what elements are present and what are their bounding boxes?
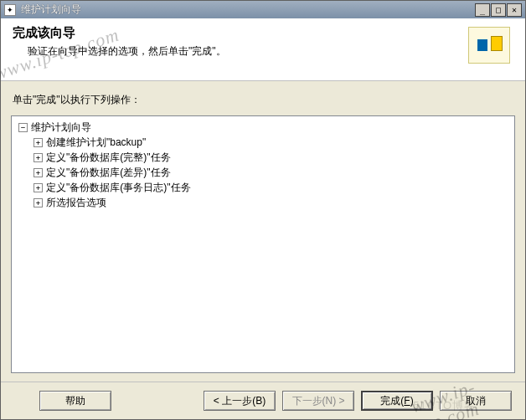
cancel-button[interactable]: 取消 — [440, 391, 512, 411]
maximize-button[interactable]: □ — [491, 3, 506, 17]
tree-item[interactable]: + 定义"备份数据库(差异)"任务 — [15, 165, 511, 180]
window-body: 完成该向导 验证在向导中选择的选项，然后单击"完成"。 单击"完成"以执行下列操… — [0, 18, 526, 420]
finish-button[interactable]: 完成(F) — [361, 391, 433, 411]
wizard-header-text: 完成该向导 验证在向导中选择的选项，然后单击"完成"。 — [9, 23, 468, 59]
wizard-header: 完成该向导 验证在向导中选择的选项，然后单击"完成"。 — [1, 18, 525, 81]
tree-item[interactable]: + 定义"备份数据库(完整)"任务 — [15, 150, 511, 165]
finish-label-pre: 完成( — [380, 395, 404, 407]
app-icon: ✦ — [4, 4, 16, 16]
expand-icon[interactable]: + — [34, 168, 43, 177]
tree-root[interactable]: − 维护计划向导 — [15, 120, 511, 135]
back-button[interactable]: < 上一步(B) — [204, 391, 276, 411]
minimize-button[interactable]: _ — [475, 3, 490, 17]
summary-tree[interactable]: − 维护计划向导 + 创建维护计划"backup" + 定义"备份数据库(完整)… — [11, 115, 515, 373]
tree-item[interactable]: + 所选报告选项 — [15, 195, 511, 210]
wizard-icon — [468, 27, 510, 64]
expand-icon[interactable]: + — [34, 153, 43, 162]
finish-mnemonic: F — [404, 395, 410, 407]
page-title: 完成该向导 — [13, 25, 468, 41]
title-bar: ✦ 维护计划向导 _ □ ✕ — [0, 0, 526, 18]
expand-icon[interactable]: + — [34, 198, 43, 207]
expand-icon[interactable]: + — [34, 183, 43, 192]
tree-item-label: 定义"备份数据库(差异)"任务 — [46, 165, 171, 180]
page-subtitle: 验证在向导中选择的选项，然后单击"完成"。 — [28, 44, 468, 59]
tree-item[interactable]: + 创建维护计划"backup" — [15, 135, 511, 150]
next-button: 下一步(N) > — [282, 391, 354, 411]
help-button[interactable]: 帮助 — [39, 391, 111, 411]
wizard-button-bar: 帮助 < 上一步(B) 下一步(N) > 完成(F) 取消 — [1, 382, 525, 419]
expand-icon[interactable]: + — [34, 138, 43, 147]
instruction-text: 单击"完成"以执行下列操作： — [1, 81, 525, 114]
tree-item-label: 所选报告选项 — [46, 195, 106, 210]
finish-label-post: ) — [410, 395, 414, 407]
tree-item-label: 定义"备份数据库(事务日志)"任务 — [46, 180, 191, 195]
window-buttons: _ □ ✕ — [475, 3, 522, 17]
tree-item[interactable]: + 定义"备份数据库(事务日志)"任务 — [15, 180, 511, 195]
close-button[interactable]: ✕ — [507, 3, 522, 17]
collapse-icon[interactable]: − — [18, 123, 28, 132]
window-title: 维护计划向导 — [19, 3, 475, 17]
tree-item-label: 创建维护计划"backup" — [46, 135, 146, 150]
tree-item-label: 定义"备份数据库(完整)"任务 — [46, 150, 171, 165]
tree-root-label: 维护计划向导 — [31, 120, 91, 135]
